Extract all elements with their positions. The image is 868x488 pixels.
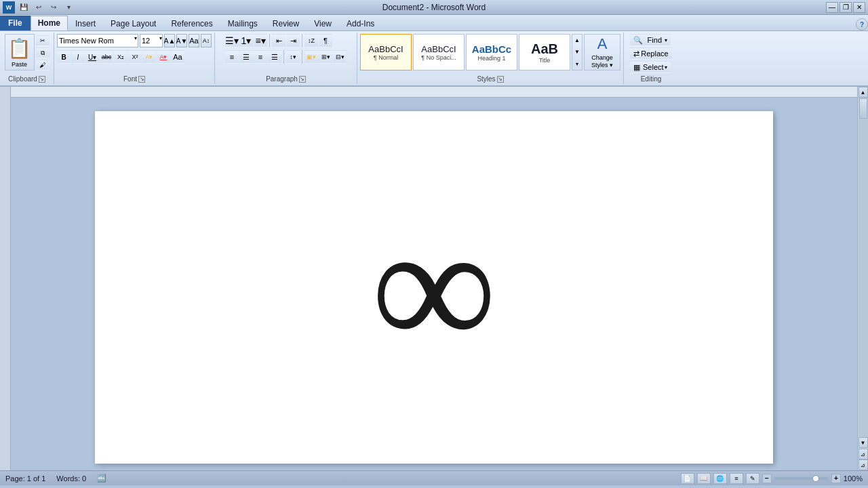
- increase-indent-btn[interactable]: ⇥: [286, 34, 300, 47]
- style-heading1-btn[interactable]: AaBbCc Heading 1: [466, 34, 517, 70]
- close-btn[interactable]: ✕: [853, 2, 865, 13]
- decrease-indent-btn[interactable]: ⇤: [272, 34, 285, 47]
- scroll-thumb[interactable]: [859, 98, 867, 119]
- zoom-slider[interactable]: [774, 477, 829, 480]
- styles-scroll-btn[interactable]: ▲ ▼ ▾: [572, 34, 583, 70]
- outline-btn[interactable]: ≡: [730, 473, 743, 484]
- paste-button[interactable]: 📋 Paste: [5, 34, 35, 70]
- strikethrough-btn[interactable]: abc: [100, 50, 113, 64]
- justify-btn[interactable]: ☰: [268, 50, 281, 64]
- tab-view[interactable]: View: [307, 16, 339, 30]
- scroll-expand-icon: ▾: [576, 61, 578, 67]
- font-format-row: B I U▾ abc X₂ X² A▾ A▾ Aa: [57, 50, 184, 64]
- ribbon-tabs: File Home Insert Page Layout References …: [0, 15, 868, 31]
- tab-file[interactable]: File: [0, 16, 31, 30]
- font-size-input[interactable]: [140, 34, 163, 47]
- bullets-btn[interactable]: ☰▾: [225, 34, 239, 47]
- tab-addins[interactable]: Add-Ins: [339, 16, 382, 30]
- change-case-btn[interactable]: Aa: [171, 50, 184, 64]
- document-page[interactable]: ∞: [95, 111, 773, 464]
- para-row-2: ≡ ☰ ≡ ☰ ↕▾ ▣▾ ⊞▾ ⊟▾: [225, 50, 347, 64]
- scroll-page-down-btn[interactable]: ⊿: [859, 460, 868, 470]
- text-color-btn[interactable]: A▾: [157, 50, 170, 64]
- tab-mailings[interactable]: Mailings: [220, 16, 265, 30]
- text-highlight-btn[interactable]: A▾: [142, 50, 156, 64]
- page-container[interactable]: ∞: [11, 98, 857, 470]
- column-btn[interactable]: ⊟▾: [333, 50, 347, 64]
- scroll-track[interactable]: [859, 98, 868, 437]
- show-formatting-btn[interactable]: ¶: [319, 34, 332, 47]
- tab-home[interactable]: Home: [31, 16, 68, 30]
- clipboard-content: 📋 Paste ✂ ⧉ 🖌: [5, 34, 50, 74]
- tab-pagelayout[interactable]: Page Layout: [103, 16, 163, 30]
- find-icon: 🔍: [633, 36, 643, 45]
- zoom-in-btn[interactable]: +: [831, 474, 841, 483]
- customize-quick-btn[interactable]: ▾: [62, 1, 75, 14]
- save-quick-btn[interactable]: 💾: [18, 1, 30, 14]
- paragraph-expand-btn[interactable]: ↘: [299, 76, 306, 83]
- tab-references[interactable]: References: [163, 16, 220, 30]
- text-effects-btn[interactable]: A↕: [201, 34, 212, 47]
- borders-btn[interactable]: ⊞▾: [319, 50, 332, 64]
- scroll-page-up-btn[interactable]: ⊿: [859, 449, 868, 460]
- scroll-down-btn[interactable]: ▼: [859, 437, 868, 448]
- sort-btn[interactable]: ↕Z: [304, 34, 318, 47]
- line-spacing-btn[interactable]: ↕▾: [286, 50, 300, 64]
- undo-quick-btn[interactable]: ↩: [33, 1, 45, 14]
- scroll-up-btn[interactable]: ▲: [859, 87, 868, 98]
- style-normal-label: ¶ Normal: [374, 54, 398, 61]
- select-arrow: ▾: [665, 64, 667, 70]
- tab-review[interactable]: Review: [265, 16, 307, 30]
- zoom-out-btn[interactable]: −: [762, 474, 772, 483]
- change-styles-btn[interactable]: A ChangeStyles ▾: [584, 34, 620, 70]
- numbering-btn[interactable]: 1▾: [239, 34, 253, 47]
- copy-btn[interactable]: ⧉: [36, 47, 50, 58]
- paste-label: Paste: [12, 61, 27, 68]
- style-title-label: Title: [539, 57, 551, 64]
- help-btn[interactable]: ?: [856, 18, 868, 30]
- underline-btn[interactable]: U▾: [85, 50, 99, 64]
- clear-formatting-btn[interactable]: Aa: [189, 34, 199, 47]
- align-left-btn[interactable]: ≡: [225, 50, 239, 64]
- bold-btn[interactable]: B: [57, 50, 71, 64]
- ribbon: 📋 Paste ✂ ⧉ 🖌 Clipboard ↘ ▾: [0, 31, 868, 87]
- font-name-input[interactable]: [57, 34, 138, 47]
- subscript-btn[interactable]: X₂: [114, 50, 127, 64]
- styles-content: AaBbCcI ¶ Normal AaBbCcI ¶ No Spaci... A…: [360, 34, 620, 74]
- doc-scroll-area: ∞: [11, 87, 857, 470]
- italic-btn[interactable]: I: [71, 50, 85, 64]
- minimize-btn[interactable]: —: [826, 2, 838, 13]
- font-size-decrease-btn[interactable]: A▼: [176, 34, 187, 47]
- style-no-spacing-btn[interactable]: AaBbCcI ¶ No Spaci...: [413, 34, 465, 70]
- print-layout-btn[interactable]: 📄: [681, 473, 694, 484]
- editing-group: 🔍 Find ▾ ⇄ Replace ▦ Select ▾ Editing: [624, 33, 678, 84]
- style-no-spacing-label: ¶ No Spaci...: [421, 54, 456, 61]
- full-reading-btn[interactable]: 📖: [697, 473, 711, 484]
- clipboard-group: 📋 Paste ✂ ⧉ 🖌 Clipboard ↘: [0, 33, 54, 84]
- align-right-btn[interactable]: ≡: [254, 50, 267, 64]
- redo-quick-btn[interactable]: ↪: [47, 1, 60, 14]
- infinity-symbol: ∞: [371, 199, 496, 375]
- superscript-btn[interactable]: X²: [128, 50, 142, 64]
- shading-btn[interactable]: ▣▾: [304, 50, 318, 64]
- font-size-increase-btn[interactable]: A▲: [164, 34, 175, 47]
- web-layout-btn[interactable]: 🌐: [713, 473, 727, 484]
- replace-btn[interactable]: ⇄ Replace: [630, 47, 671, 60]
- font-expand-btn[interactable]: ↘: [138, 76, 145, 83]
- styles-expand-btn[interactable]: ↘: [497, 76, 504, 83]
- scroll-down-icon: ▼: [574, 49, 580, 55]
- zoom-thumb[interactable]: [812, 475, 819, 482]
- select-btn[interactable]: ▦ Select ▾: [630, 61, 671, 73]
- tab-insert[interactable]: Insert: [68, 16, 103, 30]
- style-normal-btn[interactable]: AaBbCcI ¶ Normal: [360, 34, 412, 70]
- align-center-btn[interactable]: ☰: [239, 50, 253, 64]
- cut-btn[interactable]: ✂: [36, 35, 50, 46]
- change-styles-icon: A: [597, 35, 608, 53]
- multilevel-btn[interactable]: ≡▾: [254, 34, 267, 47]
- draft-btn[interactable]: ✎: [746, 473, 760, 484]
- restore-btn[interactable]: ❐: [840, 2, 852, 13]
- style-title-btn[interactable]: AaB Title: [519, 34, 570, 70]
- clipboard-expand-btn[interactable]: ↘: [39, 76, 45, 83]
- find-btn[interactable]: 🔍 Find ▾: [630, 34, 671, 46]
- format-painter-btn[interactable]: 🖌: [36, 60, 50, 70]
